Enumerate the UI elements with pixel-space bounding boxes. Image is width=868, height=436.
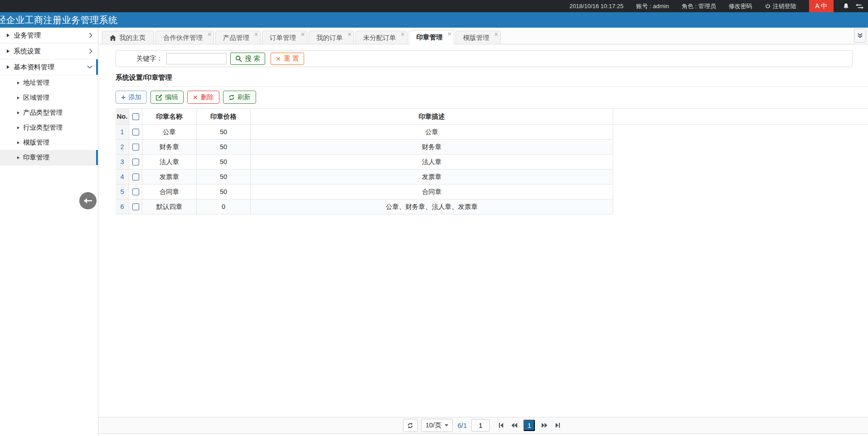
- header-filler: [613, 109, 868, 125]
- table-row[interactable]: 2 财务章 50 财务章: [116, 140, 868, 155]
- logout-link[interactable]: 注销登陆: [765, 2, 796, 10]
- tab-product-mgmt[interactable]: 产品管理 ✕: [215, 31, 261, 44]
- triangle-bullet-icon: [17, 111, 19, 114]
- row-checkbox[interactable]: [132, 159, 139, 165]
- checkbox-cell: [129, 140, 142, 155]
- row-number[interactable]: 1: [116, 125, 129, 140]
- seal-name: 发票章: [142, 170, 197, 184]
- refresh-icon: [228, 94, 235, 101]
- reset-button[interactable]: ✕ 重 置: [271, 53, 304, 65]
- toggle-layout-button[interactable]: [853, 0, 866, 12]
- close-icon[interactable]: ✕: [254, 32, 258, 38]
- col-header-no: No.: [116, 109, 129, 125]
- change-password-link[interactable]: 修改密码: [729, 2, 752, 10]
- row-checkbox[interactable]: [132, 174, 139, 180]
- tab-overflow-button[interactable]: [854, 29, 866, 43]
- sidebar-item-basic-data-mgmt[interactable]: 基本资料管理: [0, 59, 98, 75]
- sidebar-collapse-button[interactable]: [79, 192, 97, 209]
- triangle-bullet-icon: [17, 82, 19, 84]
- tab-home[interactable]: 我的主页: [102, 31, 154, 44]
- prev-page-button[interactable]: [508, 420, 520, 431]
- sidebar-item-industry-type-mgmt[interactable]: 行业类型管理: [0, 120, 98, 135]
- next-page-button[interactable]: [538, 420, 550, 431]
- seal-price: 50: [197, 140, 251, 155]
- pagination-bar: 10/页 6/1 1: [98, 417, 868, 434]
- table-row[interactable]: 5 合同章 50 合同章: [116, 184, 868, 199]
- triangle-bullet-icon: [17, 156, 19, 159]
- close-icon[interactable]: ✕: [494, 32, 498, 38]
- table-row[interactable]: 3 法人章 50 法人章: [116, 155, 868, 170]
- refresh-button[interactable]: 刷新: [223, 91, 256, 104]
- table-row[interactable]: 1 公章 50 公章: [116, 125, 868, 140]
- chevron-double-down-icon: [857, 33, 863, 39]
- sidebar-item-address-mgmt[interactable]: 地址管理: [0, 75, 98, 90]
- add-button[interactable]: + 添加: [116, 91, 147, 104]
- sidebar-item-template-mgmt[interactable]: 模版管理: [0, 135, 98, 150]
- triangle-bullet-icon: [17, 97, 19, 99]
- row-checkbox[interactable]: [132, 203, 139, 210]
- close-icon[interactable]: ✕: [447, 31, 451, 37]
- row-number[interactable]: 4: [116, 170, 129, 184]
- current-page-button[interactable]: 1: [524, 420, 535, 431]
- account-label: 账号 : admin: [636, 2, 669, 10]
- delete-button[interactable]: ✕ 删除: [187, 91, 219, 104]
- search-button[interactable]: 搜 索: [230, 53, 265, 65]
- checkbox-cell: [129, 199, 142, 214]
- tab-my-orders[interactable]: 我的订单 ✕: [309, 31, 354, 44]
- notification-bell-button[interactable]: [839, 0, 853, 12]
- close-icon[interactable]: ✕: [301, 32, 305, 38]
- close-icon[interactable]: ✕: [400, 32, 405, 38]
- seal-name: 默认四章: [142, 199, 197, 214]
- content: 关键字： 搜 索 ✕ 重 置 系统设置/印章管理 + 添加: [98, 44, 868, 417]
- page-number-input[interactable]: [471, 419, 490, 431]
- table-row[interactable]: 6 默认四章 0 公章、财务章、法人章、发票章: [116, 199, 868, 214]
- tab-unassigned-orders[interactable]: 未分配订单 ✕: [355, 31, 407, 44]
- table-header-row: No. 印章名称 印章价格 印章描述: [116, 108, 868, 125]
- checkbox-cell: [129, 170, 142, 184]
- sidebar-item-business-mgmt[interactable]: 业务管理: [0, 28, 98, 44]
- triangle-bullet-icon: [17, 141, 19, 144]
- checkbox-cell: [129, 184, 142, 199]
- tab-seal-mgmt[interactable]: 印章管理 ✕: [409, 30, 454, 44]
- close-icon[interactable]: ✕: [347, 32, 352, 38]
- select-all-checkbox[interactable]: [132, 113, 139, 120]
- row-number[interactable]: 6: [116, 199, 129, 214]
- col-header-desc: 印章描述: [251, 109, 613, 125]
- row-checkbox[interactable]: [132, 144, 139, 150]
- row-number[interactable]: 3: [116, 155, 129, 170]
- tab-partner-mgmt[interactable]: 合作伙伴管理 ✕: [155, 31, 214, 44]
- table-row[interactable]: 4 发票章 50 发票章: [116, 170, 868, 184]
- pagination-refresh-button[interactable]: [403, 419, 418, 432]
- triangle-bullet-icon: [7, 65, 10, 69]
- seal-desc: 公章、财务章、法人章、发票章: [251, 199, 613, 214]
- keyword-input[interactable]: [166, 53, 227, 64]
- chevron-right-icon: [89, 48, 92, 54]
- last-page-button[interactable]: [552, 420, 563, 431]
- seal-desc: 公章: [251, 125, 613, 140]
- tabbar: 我的主页 合作伙伴管理 ✕ 产品管理 ✕ 订单管理 ✕ 我的订单 ✕ 未分配订单…: [98, 28, 868, 44]
- swap-arrows-icon: [856, 4, 863, 9]
- close-icon[interactable]: ✕: [207, 32, 212, 38]
- sidebar-item-region-mgmt[interactable]: 区域管理: [0, 90, 98, 105]
- sidebar-item-seal-mgmt[interactable]: 印章管理: [0, 150, 98, 165]
- tab-order-mgmt[interactable]: 订单管理 ✕: [262, 31, 307, 44]
- last-page-icon: [555, 422, 561, 428]
- chevron-right-icon: [89, 33, 92, 38]
- first-page-button[interactable]: [495, 420, 507, 431]
- sidebar-item-system-settings[interactable]: 系统设置: [0, 44, 98, 59]
- sidebar-item-product-type-mgmt[interactable]: 产品类型管理: [0, 105, 98, 120]
- sidebar: 业务管理 系统设置 基本资料管理 地址管理: [0, 28, 98, 436]
- app-title: 径企业工商注册业务管理系统: [0, 14, 118, 26]
- next-page-icon: [541, 422, 548, 428]
- page-size-select[interactable]: 10/页: [421, 419, 453, 432]
- language-badge[interactable]: A 中: [809, 0, 834, 12]
- row-number[interactable]: 5: [116, 184, 129, 199]
- edit-button[interactable]: 编辑: [150, 91, 184, 104]
- seal-name: 法人章: [142, 155, 197, 170]
- tab-template-mgmt[interactable]: 模版管理 ✕: [456, 31, 501, 44]
- seal-price: 50: [197, 184, 251, 199]
- row-number[interactable]: 2: [116, 140, 129, 155]
- breadcrumb: 系统设置/印章管理: [116, 73, 868, 87]
- row-checkbox[interactable]: [132, 189, 139, 195]
- row-checkbox[interactable]: [132, 129, 139, 136]
